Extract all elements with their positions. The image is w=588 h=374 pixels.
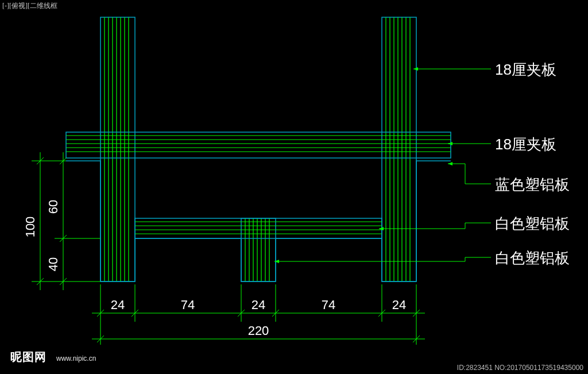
svg-rect-8 [241, 218, 276, 282]
horizontal-plate-inner [135, 218, 382, 238]
svg-rect-16 [382, 17, 416, 282]
post-right [382, 17, 416, 282]
horizontal-plate-outer [66, 132, 451, 158]
dim-seg-a: 24 [111, 298, 125, 312]
ann-5: 白色塑铝板 [495, 249, 570, 267]
dim-40: 40 [46, 257, 60, 271]
watermark-brand: 昵图网 [10, 350, 47, 363]
post-left [100, 17, 135, 282]
dim-horizontal: 24 74 24 74 24 220 [92, 284, 425, 345]
dim-seg-c: 24 [252, 298, 265, 312]
dim-seg-e: 24 [392, 298, 406, 312]
dim-vertical: 60 40 100 [23, 152, 100, 290]
ann-4: 白色塑铝板 [495, 215, 570, 232]
ann-3: 蓝色塑铝板 [495, 176, 570, 193]
svg-rect-0 [100, 17, 135, 282]
svg-rect-30 [135, 218, 382, 238]
svg-rect-24 [66, 132, 451, 158]
dim-total-width: 220 [248, 323, 269, 338]
watermark-url: www.nipic.cn [56, 354, 96, 363]
annotations: 18厘夹板 18厘夹板 蓝色塑铝板 白色塑铝板 白色塑铝板 [274, 61, 570, 267]
dim-60: 60 [46, 200, 60, 214]
watermark: 昵图网 www.nipic.cn [10, 350, 96, 363]
viewport-title: [-][俯视][二维线框 [2, 2, 57, 10]
dim-seg-d: 74 [322, 298, 335, 312]
cad-drawing: [-][俯视][二维线框 [0, 0, 588, 374]
dim-seg-b: 74 [181, 298, 195, 312]
ann-1: 18厘夹板 [495, 61, 556, 78]
ann-2: 18厘夹板 [495, 136, 556, 153]
clad-outlines [66, 161, 451, 282]
watermark-id: ID:2823451 NO:20170501173519435000 [457, 364, 584, 372]
post-center [241, 218, 276, 282]
dim-100: 100 [23, 217, 37, 238]
